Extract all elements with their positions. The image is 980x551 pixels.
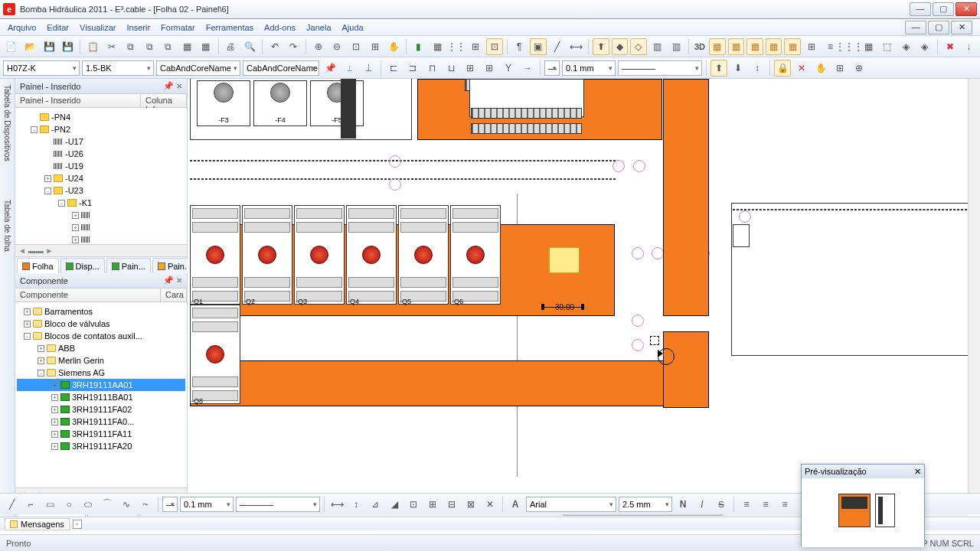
dls-combo[interactable]: — xyxy=(162,497,178,512)
dim5-icon[interactable]: ⊡ xyxy=(405,496,422,513)
conn2-icon[interactable]: ⟘ xyxy=(360,60,377,77)
ellipse-icon[interactable]: ⬭ xyxy=(80,496,96,513)
tree-item[interactable]: --U23 xyxy=(17,184,185,197)
menu-arquivo[interactable]: Arquivo xyxy=(8,23,36,32)
print-icon[interactable]: 🖨 xyxy=(223,38,240,55)
doc-close-button[interactable]: ✕ xyxy=(951,21,972,34)
v3d3-icon[interactable]: ▦ xyxy=(746,38,763,55)
bold-icon[interactable]: N xyxy=(675,496,691,513)
dlt-combo[interactable]: ———— xyxy=(236,497,320,512)
grid2-icon[interactable]: ▦ xyxy=(430,38,446,55)
line-tool-icon[interactable]: ╱ xyxy=(3,496,20,513)
v3d11-icon[interactable]: ◈ xyxy=(898,38,915,55)
new-icon[interactable]: 📄 xyxy=(3,38,20,55)
zoomin-icon[interactable]: ⊕ xyxy=(310,38,327,55)
preview-close-icon[interactable]: ✕ xyxy=(914,467,921,477)
menu-editar[interactable]: Editar xyxy=(47,23,69,32)
layout-icon[interactable]: ▥ xyxy=(649,38,666,55)
tree-item[interactable]: --PN2 xyxy=(17,123,185,135)
menu-addons[interactable]: Add-ons xyxy=(264,23,296,32)
zoomout-icon[interactable]: ⊖ xyxy=(329,38,346,55)
tree-item[interactable]: +3RH19111AA01 xyxy=(17,379,185,391)
snap3-icon[interactable]: ◇ xyxy=(630,38,647,55)
redo-icon[interactable]: ↷ xyxy=(285,38,302,55)
tab-pain1[interactable]: Pain... xyxy=(106,258,151,273)
tab-disp[interactable]: Disp... xyxy=(60,258,105,273)
copy3-icon[interactable]: ⧉ xyxy=(160,38,177,55)
ltype-combo[interactable]: ———— xyxy=(618,60,702,76)
strike-icon[interactable]: S xyxy=(713,496,730,513)
drawing-canvas[interactable]: -F3-F4-F5 -Q1-Q2-Q3-Q4-Q5-Q6-Q8 30.00 xyxy=(188,79,980,517)
lw-combo[interactable]: 0.1 mm xyxy=(562,60,616,76)
dim1-icon[interactable]: ⟷ xyxy=(328,496,345,513)
cab2-combo[interactable]: CabAndCoreName xyxy=(243,60,319,76)
zoomfit-icon[interactable]: ⊡ xyxy=(348,38,364,55)
tree-item[interactable]: +3RH19111FA0... xyxy=(17,416,185,428)
cut-icon[interactable]: ✂ xyxy=(103,38,120,55)
align2-icon[interactable]: ⊐ xyxy=(404,60,421,77)
tree-item[interactable]: +3RH19111BA01 xyxy=(17,391,185,403)
maximize-button[interactable]: ▢ xyxy=(933,2,954,16)
dim9-icon[interactable]: ✕ xyxy=(482,496,498,513)
dim7-icon[interactable]: ⊟ xyxy=(443,496,460,513)
copy2-icon[interactable]: ⧉ xyxy=(141,38,158,55)
tree-item[interactable]: +Barramentos xyxy=(17,305,185,318)
curve-icon[interactable]: ∿ xyxy=(118,496,135,513)
grid4-icon[interactable]: ⊞ xyxy=(467,38,484,55)
snap2-icon[interactable]: ◆ xyxy=(612,38,629,55)
tool2-icon[interactable]: ▦ xyxy=(198,38,214,55)
tree-item[interactable]: +-U24 xyxy=(17,172,185,184)
copy-icon[interactable]: ⧉ xyxy=(122,38,139,55)
sidetab-devices[interactable]: Tabela de Dispositivos xyxy=(3,85,11,161)
hand-icon[interactable]: ✋ xyxy=(812,60,829,77)
tree-item[interactable]: -Siemens AG xyxy=(17,367,185,379)
tree-item[interactable]: + xyxy=(17,221,185,233)
v3d12-icon[interactable]: ◈ xyxy=(916,38,933,55)
v3d9-icon[interactable]: ▦ xyxy=(860,38,877,55)
grid5-icon[interactable]: ⊡ xyxy=(486,38,503,55)
pane2-pin-icon[interactable]: 📌 xyxy=(163,276,174,285)
menu-formatar[interactable]: Formatar xyxy=(161,23,195,32)
spline-icon[interactable]: ~ xyxy=(137,496,154,513)
arc-icon[interactable]: ⌒ xyxy=(99,496,116,513)
v3d8-icon[interactable]: ⋮⋮⋮ xyxy=(841,38,858,55)
alignr-icon[interactable]: ≡ xyxy=(776,496,793,513)
alignl-icon[interactable]: ≡ xyxy=(738,496,755,513)
ord1-icon[interactable]: ⬆ xyxy=(710,60,727,77)
v3d6-icon[interactable]: ⊞ xyxy=(803,38,820,55)
dim-icon[interactable]: ⟷ xyxy=(567,38,584,55)
tree-item[interactable]: +3RH19111FA20 xyxy=(17,440,185,452)
dim6-icon[interactable]: ⊞ xyxy=(424,496,441,513)
v3d4-icon[interactable]: ▦ xyxy=(766,38,782,55)
grid1-icon[interactable]: ▮ xyxy=(410,38,427,55)
move-icon[interactable]: ⊞ xyxy=(831,60,848,77)
menu-ferramentas[interactable]: Ferramentas xyxy=(206,23,253,32)
tree-item[interactable]: + xyxy=(17,233,185,244)
fontsize-combo[interactable]: 2.5 mm xyxy=(619,497,672,512)
pane1-pin-icon[interactable]: 📌 xyxy=(163,81,174,90)
dim8-icon[interactable]: ⊠ xyxy=(462,496,479,513)
undo-icon[interactable]: ↶ xyxy=(266,38,283,55)
align3-icon[interactable]: ⊓ xyxy=(423,60,440,77)
delete-icon[interactable]: ✕ xyxy=(793,60,810,77)
grid-b-icon[interactable]: ⊞ xyxy=(481,60,498,77)
font-combo[interactable]: Arial xyxy=(526,497,616,512)
tree-item[interactable]: + xyxy=(17,209,185,221)
tool-icon[interactable]: ▦ xyxy=(178,38,195,55)
pin-icon[interactable]: 📌 xyxy=(322,60,338,77)
doc-restore-button[interactable]: ▢ xyxy=(928,21,949,34)
conn1-icon[interactable]: ⟂ xyxy=(341,60,358,77)
tree-item[interactable]: +Bloco de válvulas xyxy=(17,318,185,330)
lock-icon[interactable]: 🔒 xyxy=(774,60,791,77)
messages-close-icon[interactable]: ◦ xyxy=(73,520,82,529)
lstyle-combo[interactable]: — xyxy=(544,60,560,76)
preview-icon[interactable]: 🔍 xyxy=(241,38,258,55)
grid-a-icon[interactable]: ⊞ xyxy=(462,60,479,77)
sidetab-sheet[interactable]: Tabela de folha xyxy=(3,200,11,252)
ord2-icon[interactable]: ⬇ xyxy=(730,60,746,77)
target-icon[interactable]: ⊕ xyxy=(851,60,867,77)
tree-item[interactable]: -Blocos de contatos auxil... xyxy=(17,330,185,342)
line-icon[interactable]: ╱ xyxy=(549,38,566,55)
align1-icon[interactable]: ⊏ xyxy=(385,60,402,77)
cancel-icon[interactable]: ✖ xyxy=(942,38,959,55)
